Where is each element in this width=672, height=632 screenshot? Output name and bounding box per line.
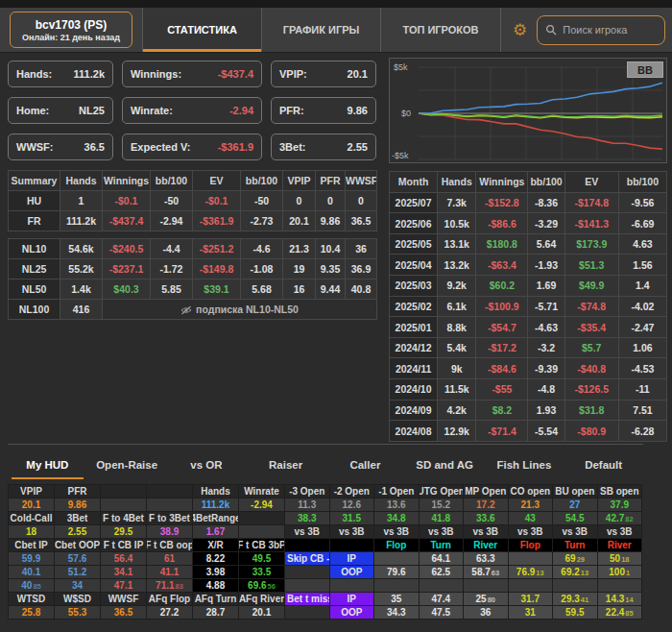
- hud-cell: VPIP: [9, 485, 55, 498]
- hud-cell-empty: [330, 579, 375, 593]
- winnings-graph: $5k$0-$5k: [390, 59, 666, 162]
- hud-cell: 76.913: [509, 566, 554, 579]
- main-tabs: СТАТИСТИКАГРАФИК ИГРЫТОП ИГРОКОВ: [142, 8, 501, 52]
- hud-cell: 69.213: [553, 566, 598, 579]
- hud-cell: OOP: [330, 566, 375, 579]
- search-box[interactable]: [537, 15, 665, 45]
- table-cell: $5.7: [564, 337, 618, 358]
- main-tab-2[interactable]: ТОП ИГРОКОВ: [381, 8, 500, 52]
- table-cell: $40.3: [103, 280, 151, 300]
- table-cell: 7.51: [618, 400, 666, 421]
- table-cell: NL50: [9, 280, 60, 300]
- hud-cell: 63.3: [464, 552, 509, 566]
- hud-cell: 17.2: [464, 498, 509, 512]
- hud-cell: 25.8: [9, 606, 55, 620]
- hud-cell: AFq River: [239, 593, 285, 606]
- table-cell: 5.68: [241, 280, 283, 300]
- table-cell: -$149.8: [193, 259, 241, 280]
- hud-cell: 9.86: [55, 498, 101, 512]
- hud-cell: Flop: [509, 539, 554, 552]
- table-cell: 54.6k: [60, 239, 103, 259]
- table-row: 2025/039.2k$60.21.69$49.91.4: [390, 276, 667, 297]
- hud-cell: 40.1: [9, 566, 55, 579]
- table-cell: -4.63: [528, 317, 564, 338]
- top-toolbar: bcv1703 (PS) Онлайн: 21 день назад СТАТИ…: [0, 8, 672, 53]
- hud-cell: 33.6: [464, 512, 509, 525]
- table-cell: 2024/08: [390, 421, 438, 442]
- main-tab-0[interactable]: СТАТИСТИКА: [143, 8, 262, 52]
- table-cell: 55.2k: [60, 259, 103, 280]
- table-cell: -8.36: [528, 192, 564, 213]
- hud-tab-fish-lines[interactable]: Fish Lines: [485, 449, 564, 480]
- table-row: 2025/026.1k-$100.9-5.71-$74.8-4.02: [390, 296, 667, 317]
- player-box[interactable]: bcv1703 (PS) Онлайн: 21 день назад: [10, 12, 132, 48]
- table-cell: 9.2k: [438, 276, 476, 297]
- table-cell: 2025/01: [390, 317, 438, 338]
- table-cell: 1.93: [528, 400, 564, 421]
- hud-cell: Cold-Call: [9, 512, 55, 525]
- hud-tab-open-raise[interactable]: Open-Raise: [87, 449, 167, 480]
- table-cell: 16: [283, 280, 316, 300]
- table-cell: $173.9: [564, 233, 618, 255]
- table-cell: -5.54: [528, 421, 564, 442]
- column-header: bb/100: [151, 171, 193, 191]
- hud-cell: Turn: [553, 539, 598, 552]
- table-cell: -$54.7: [476, 317, 528, 338]
- hud-cell: 27: [553, 498, 598, 512]
- winnings-graph-panel: $5k$0-$5k BB: [389, 58, 667, 163]
- stat-label: Winrate:: [131, 105, 173, 116]
- hud-cell: 34.3: [374, 606, 420, 620]
- hud-cell: X/R: [193, 539, 239, 552]
- hud-cell: W$SD: [55, 593, 101, 606]
- hud-cell: 111.2k: [193, 498, 239, 512]
- hud-cell: 22.485: [598, 606, 643, 620]
- hud-cell: River: [598, 539, 643, 552]
- column-header: bb/100: [618, 172, 666, 193]
- hud-cell: 27.2: [147, 606, 193, 620]
- stat-value: 36.5: [84, 141, 105, 153]
- hud-cell: 3Bet: [55, 512, 101, 525]
- hud-cell: 4.88: [193, 579, 239, 593]
- hud-tab-my-hud[interactable]: My HUD: [8, 449, 87, 480]
- settings-gear-icon[interactable]: ⚙: [513, 8, 527, 52]
- bb-toggle-button[interactable]: BB: [627, 61, 663, 78]
- table-cell: -2.47: [618, 317, 666, 338]
- hud-cell: 8.22: [193, 552, 239, 566]
- table-cell: 36.5: [346, 211, 377, 231]
- stat-box: Home:NL25: [8, 97, 113, 124]
- table-cell: 19: [283, 259, 316, 280]
- table-cell: -$0.1: [193, 191, 241, 211]
- hud-tab-vs-or[interactable]: vs OR: [167, 449, 247, 480]
- table-cell: 13.1k: [438, 233, 476, 255]
- column-header: Hands: [60, 171, 103, 191]
- hud-cell-empty: [147, 485, 193, 498]
- hud-cell: OOP: [330, 606, 375, 620]
- hud-cell: 57.6: [55, 552, 101, 566]
- hud-tab-sd-and-ag[interactable]: SD and AG: [405, 449, 485, 480]
- hud-cell: 41.8: [420, 512, 465, 525]
- table-cell: -$40.8: [564, 358, 618, 379]
- table-cell: 5.4k: [438, 337, 476, 358]
- table-cell: 111.2k: [60, 211, 103, 231]
- table-row: 2024/1011.5k-$55-4.8-$126.5-11: [390, 379, 667, 401]
- table-cell: $31.8: [564, 400, 618, 421]
- hud-cell: 31.7: [509, 593, 554, 606]
- column-header: WWSF: [346, 171, 377, 191]
- hud-cell: 71.183: [147, 579, 193, 593]
- hud-cell: 49.5: [239, 552, 285, 566]
- stat-box: Winnings:-$437.4: [122, 61, 262, 87]
- hud-cell: 69.656: [239, 579, 285, 593]
- hud-tabs: My HUDOpen-Raisevs ORRaiserCallerSD and …: [8, 449, 643, 480]
- main-tab-1[interactable]: ГРАФИК ИГРЫ: [262, 8, 381, 52]
- y-axis-tick: $5k: [394, 62, 408, 72]
- stat-value: 111.2k: [74, 68, 105, 80]
- hud-cell: 5018: [598, 552, 643, 566]
- hud-tab-caller[interactable]: Caller: [325, 449, 405, 480]
- stat-value: 20.1: [348, 68, 368, 80]
- search-input[interactable]: [563, 24, 657, 36]
- hud-tab-default[interactable]: Default: [564, 449, 643, 480]
- hud-tab-raiser[interactable]: Raiser: [246, 449, 325, 480]
- hud-cell: 4085: [9, 579, 55, 593]
- table-cell: $39.1: [193, 280, 241, 300]
- hud-cell-empty: [101, 498, 147, 512]
